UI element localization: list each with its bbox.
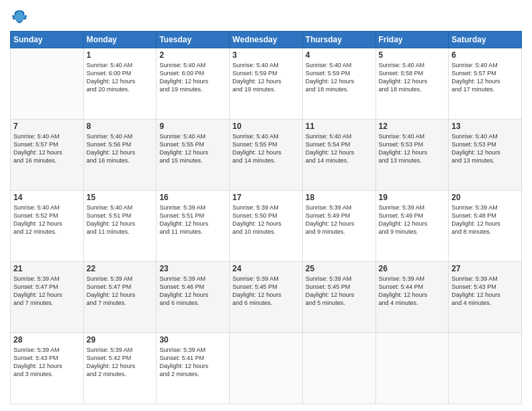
cell-info: Sunrise: 5:40 AM Sunset: 5:55 PM Dayligh… [159, 132, 226, 165]
calendar-cell: 9Sunrise: 5:40 AM Sunset: 5:55 PM Daylig… [157, 120, 230, 191]
cell-info: Sunrise: 5:40 AM Sunset: 5:57 PM Dayligh… [451, 61, 519, 94]
day-number: 11 [306, 122, 373, 131]
calendar-cell: 26Sunrise: 5:39 AM Sunset: 5:44 PM Dayli… [375, 262, 449, 333]
calendar-cell: 17Sunrise: 5:39 AM Sunset: 5:50 PM Dayli… [230, 191, 303, 262]
cell-info: Sunrise: 5:40 AM Sunset: 5:53 PM Dayligh… [379, 132, 446, 165]
day-number: 8 [87, 122, 154, 131]
day-number: 21 [13, 264, 81, 273]
calendar-header-row: SundayMondayTuesdayWednesdayThursdayFrid… [11, 32, 522, 48]
day-number: 3 [232, 50, 300, 60]
day-number: 15 [87, 193, 154, 202]
cell-info: Sunrise: 5:40 AM Sunset: 5:57 PM Dayligh… [13, 132, 81, 165]
day-number: 12 [379, 122, 446, 131]
calendar-cell: 27Sunrise: 5:39 AM Sunset: 5:43 PM Dayli… [449, 262, 522, 333]
cell-info: Sunrise: 5:39 AM Sunset: 5:49 PM Dayligh… [306, 203, 373, 236]
calendar-cell: 25Sunrise: 5:39 AM Sunset: 5:45 PM Dayli… [302, 262, 375, 333]
logo [10, 7, 32, 26]
day-number: 26 [379, 264, 446, 273]
day-number: 2 [159, 50, 226, 60]
cell-info: Sunrise: 5:39 AM Sunset: 5:43 PM Dayligh… [13, 346, 81, 379]
calendar-cell: 16Sunrise: 5:39 AM Sunset: 5:51 PM Dayli… [157, 191, 230, 262]
day-number: 20 [451, 193, 519, 202]
calendar-cell: 29Sunrise: 5:39 AM Sunset: 5:42 PM Dayli… [83, 333, 157, 404]
day-header: Thursday [302, 32, 375, 48]
calendar-cell: 14Sunrise: 5:40 AM Sunset: 5:52 PM Dayli… [11, 191, 84, 262]
calendar-cell: 20Sunrise: 5:39 AM Sunset: 5:48 PM Dayli… [449, 191, 522, 262]
day-number: 7 [13, 122, 81, 131]
calendar-week-row: 7Sunrise: 5:40 AM Sunset: 5:57 PM Daylig… [11, 120, 522, 191]
day-number: 6 [451, 50, 519, 60]
cell-info: Sunrise: 5:40 AM Sunset: 5:58 PM Dayligh… [379, 61, 446, 94]
calendar-week-row: 14Sunrise: 5:40 AM Sunset: 5:52 PM Dayli… [11, 191, 522, 262]
page: SundayMondayTuesdayWednesdayThursdayFrid… [0, 0, 532, 411]
calendar-cell: 4Sunrise: 5:40 AM Sunset: 5:59 PM Daylig… [302, 48, 375, 120]
day-number: 30 [159, 335, 226, 345]
calendar-cell: 7Sunrise: 5:40 AM Sunset: 5:57 PM Daylig… [11, 120, 84, 191]
calendar-cell [449, 333, 522, 404]
calendar-cell: 30Sunrise: 5:39 AM Sunset: 5:41 PM Dayli… [157, 333, 230, 404]
day-number: 23 [159, 264, 226, 273]
calendar-cell [230, 333, 303, 404]
calendar-cell: 15Sunrise: 5:40 AM Sunset: 5:51 PM Dayli… [83, 191, 157, 262]
calendar-cell: 18Sunrise: 5:39 AM Sunset: 5:49 PM Dayli… [302, 191, 375, 262]
calendar-cell: 21Sunrise: 5:39 AM Sunset: 5:47 PM Dayli… [11, 262, 84, 333]
cell-info: Sunrise: 5:40 AM Sunset: 5:54 PM Dayligh… [306, 132, 373, 165]
day-number: 18 [306, 193, 373, 202]
calendar-cell [375, 333, 449, 404]
day-number: 4 [306, 50, 373, 60]
day-number: 25 [306, 264, 373, 273]
day-number: 28 [13, 335, 81, 345]
cell-info: Sunrise: 5:39 AM Sunset: 5:50 PM Dayligh… [232, 203, 300, 236]
calendar-week-row: 1Sunrise: 5:40 AM Sunset: 6:00 PM Daylig… [11, 48, 522, 120]
cell-info: Sunrise: 5:40 AM Sunset: 5:59 PM Dayligh… [232, 61, 300, 94]
cell-info: Sunrise: 5:39 AM Sunset: 5:51 PM Dayligh… [159, 203, 226, 236]
day-number: 9 [159, 122, 226, 131]
day-header: Tuesday [157, 32, 230, 48]
calendar-cell: 23Sunrise: 5:39 AM Sunset: 5:46 PM Dayli… [157, 262, 230, 333]
calendar-cell [11, 48, 84, 120]
day-header: Friday [375, 32, 449, 48]
cell-info: Sunrise: 5:39 AM Sunset: 5:45 PM Dayligh… [306, 275, 373, 308]
day-number: 29 [87, 335, 154, 345]
calendar-cell: 13Sunrise: 5:40 AM Sunset: 5:53 PM Dayli… [449, 120, 522, 191]
day-number: 5 [379, 50, 446, 60]
cell-info: Sunrise: 5:40 AM Sunset: 5:51 PM Dayligh… [87, 203, 154, 236]
cell-info: Sunrise: 5:39 AM Sunset: 5:41 PM Dayligh… [159, 346, 226, 379]
day-header: Saturday [449, 32, 522, 48]
day-header: Sunday [11, 32, 84, 48]
calendar-cell: 8Sunrise: 5:40 AM Sunset: 5:56 PM Daylig… [83, 120, 157, 191]
cell-info: Sunrise: 5:40 AM Sunset: 5:59 PM Dayligh… [306, 61, 373, 94]
calendar-table: SundayMondayTuesdayWednesdayThursdayFrid… [10, 31, 522, 404]
day-number: 22 [87, 264, 154, 273]
calendar-cell: 1Sunrise: 5:40 AM Sunset: 6:00 PM Daylig… [83, 48, 157, 120]
header [10, 7, 522, 26]
cell-info: Sunrise: 5:40 AM Sunset: 5:53 PM Dayligh… [451, 132, 519, 165]
calendar-cell: 3Sunrise: 5:40 AM Sunset: 5:59 PM Daylig… [230, 48, 303, 120]
cell-info: Sunrise: 5:39 AM Sunset: 5:43 PM Dayligh… [451, 275, 519, 308]
calendar-cell: 22Sunrise: 5:39 AM Sunset: 5:47 PM Dayli… [83, 262, 157, 333]
cell-info: Sunrise: 5:39 AM Sunset: 5:48 PM Dayligh… [451, 203, 519, 236]
day-number: 16 [159, 193, 226, 202]
logo-icon [10, 7, 29, 26]
calendar-cell: 28Sunrise: 5:39 AM Sunset: 5:43 PM Dayli… [11, 333, 84, 404]
calendar-cell: 19Sunrise: 5:39 AM Sunset: 5:49 PM Dayli… [375, 191, 449, 262]
day-header: Wednesday [230, 32, 303, 48]
cell-info: Sunrise: 5:40 AM Sunset: 5:55 PM Dayligh… [232, 132, 300, 165]
day-number: 27 [451, 264, 519, 273]
day-number: 17 [232, 193, 300, 202]
calendar-cell: 6Sunrise: 5:40 AM Sunset: 5:57 PM Daylig… [449, 48, 522, 120]
cell-info: Sunrise: 5:39 AM Sunset: 5:47 PM Dayligh… [87, 275, 154, 308]
cell-info: Sunrise: 5:39 AM Sunset: 5:45 PM Dayligh… [232, 275, 300, 308]
cell-info: Sunrise: 5:39 AM Sunset: 5:42 PM Dayligh… [87, 346, 154, 379]
cell-info: Sunrise: 5:39 AM Sunset: 5:44 PM Dayligh… [379, 275, 446, 308]
day-number: 1 [87, 50, 154, 60]
day-number: 14 [13, 193, 81, 202]
day-number: 24 [232, 264, 300, 273]
day-number: 10 [232, 122, 300, 131]
calendar-cell: 5Sunrise: 5:40 AM Sunset: 5:58 PM Daylig… [375, 48, 449, 120]
day-number: 19 [379, 193, 446, 202]
cell-info: Sunrise: 5:40 AM Sunset: 5:56 PM Dayligh… [87, 132, 154, 165]
cell-info: Sunrise: 5:40 AM Sunset: 5:52 PM Dayligh… [13, 203, 81, 236]
day-header: Monday [83, 32, 157, 48]
cell-info: Sunrise: 5:40 AM Sunset: 6:00 PM Dayligh… [87, 61, 154, 94]
